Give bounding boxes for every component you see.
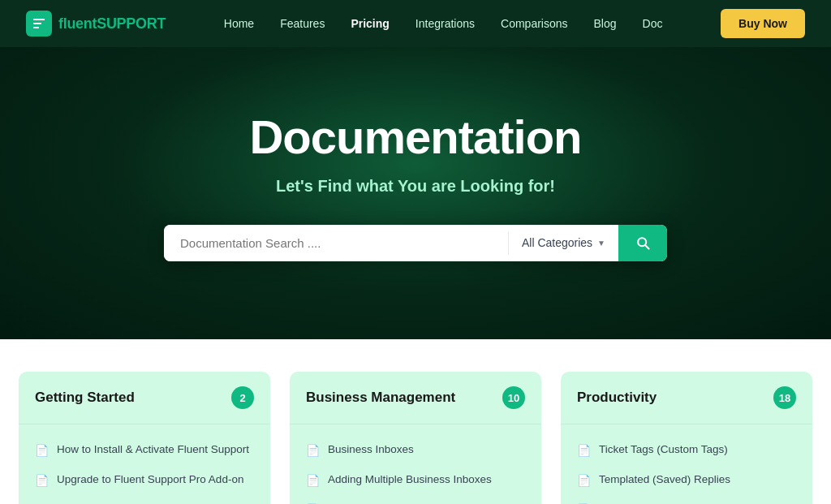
search-button[interactable] (618, 225, 667, 261)
cards-section: Getting Started 2 📄 How to Install & Act… (0, 339, 831, 504)
list-item[interactable]: 📄 Business Inboxes (290, 436, 541, 466)
chevron-down-icon: ▼ (597, 239, 605, 248)
nav-home[interactable]: Home (224, 17, 254, 30)
card-items-business-management: 📄 Business Inboxes 📄 Adding Multiple Bus… (290, 424, 541, 504)
card-count-business-management: 10 (502, 386, 525, 409)
card-getting-started: Getting Started 2 📄 How to Install & Act… (19, 372, 270, 504)
hero-title: Documentation (249, 110, 581, 164)
doc-icon: 📄 (577, 473, 591, 489)
search-bar: All Categories ▼ (164, 225, 667, 261)
buy-now-button[interactable]: Buy Now (721, 9, 805, 38)
doc-icon: 📄 (577, 443, 591, 459)
nav-links: Home Features Pricing Integrations Compa… (224, 16, 663, 31)
navbar: fluentSUPPORT Home Features Pricing Inte… (0, 0, 831, 47)
search-icon (635, 235, 651, 251)
nav-comparisons[interactable]: Comparisons (501, 17, 567, 30)
card-title-productivity: Productivity (577, 390, 657, 406)
card-count-productivity: 18 (773, 386, 796, 409)
nav-pricing[interactable]: Pricing (351, 17, 389, 30)
card-title-getting-started: Getting Started (35, 390, 135, 406)
doc-icon: 📄 (306, 443, 320, 459)
search-input[interactable] (164, 225, 508, 261)
card-count-getting-started: 2 (231, 386, 254, 409)
card-items-productivity: 📄 Ticket Tags (Custom Tags) 📄 Templated … (561, 424, 812, 504)
list-item[interactable]: 📄 Ticket Tags (Custom Tags) (561, 436, 812, 466)
hero-section: Documentation Let's Find what You are Lo… (0, 47, 831, 339)
doc-icon: 📄 (35, 473, 49, 489)
list-item[interactable]: 📄 Filtering, Sorting & Searching Tickets (561, 495, 812, 504)
doc-icon: 📄 (306, 473, 320, 489)
card-business-management: Business Management 10 📄 Business Inboxe… (290, 372, 541, 504)
category-label: All Categories (522, 236, 592, 249)
card-header-getting-started: Getting Started 2 (19, 372, 270, 424)
list-item[interactable]: 📄 Creating Ticket Categories (Products) (290, 495, 541, 504)
nav-blog[interactable]: Blog (594, 17, 617, 30)
doc-icon: 📄 (35, 443, 49, 459)
card-header-productivity: Productivity 18 (561, 372, 812, 424)
list-item[interactable]: 📄 Upgrade to Fluent Support Pro Add-on (19, 466, 270, 496)
nav-integrations[interactable]: Integrations (416, 17, 475, 30)
nav-doc[interactable]: Doc (643, 17, 663, 30)
card-items-getting-started: 📄 How to Install & Activate Fluent Suppo… (19, 424, 270, 502)
logo[interactable]: fluentSUPPORT (26, 11, 166, 37)
list-item[interactable]: 📄 Adding Multiple Business Inboxes (290, 466, 541, 496)
nav-features[interactable]: Features (280, 17, 325, 30)
list-item[interactable]: 📄 Templated (Saved) Replies (561, 466, 812, 496)
list-item[interactable]: 📄 How to Install & Activate Fluent Suppo… (19, 436, 270, 466)
card-header-business-management: Business Management 10 (290, 372, 541, 424)
logo-icon (26, 11, 52, 37)
card-title-business-management: Business Management (306, 390, 455, 406)
logo-text: fluentSUPPORT (58, 15, 166, 32)
hero-subtitle: Let's Find what You are Looking for! (276, 177, 555, 196)
category-select[interactable]: All Categories ▼ (509, 225, 618, 261)
card-productivity: Productivity 18 📄 Ticket Tags (Custom Ta… (561, 372, 812, 504)
